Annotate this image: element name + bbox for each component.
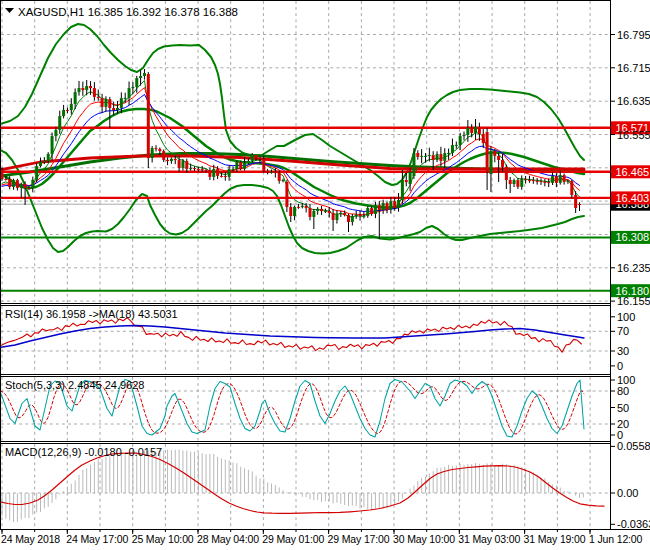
svg-text:16.308: 16.308 [616, 231, 650, 243]
svg-text:0.0558: 0.0558 [617, 440, 650, 452]
svg-text:16.795: 16.795 [617, 29, 650, 41]
svg-text:XAGUSD,H1 16.385 16.392 16.37: XAGUSD,H1 16.385 16.392 16.378 16.388 [18, 6, 238, 18]
svg-text:16.155: 16.155 [617, 295, 650, 307]
svg-text:0: 0 [617, 429, 623, 441]
svg-text:0: 0 [617, 360, 623, 372]
svg-text:16.555: 16.555 [617, 129, 650, 141]
svg-text:24 May 2018: 24 May 2018 [1, 533, 60, 545]
svg-text:25 May 10:00: 25 May 10:00 [132, 533, 194, 545]
svg-text:16.635: 16.635 [617, 95, 650, 107]
svg-text:16.403: 16.403 [616, 192, 650, 204]
svg-text:-0.0363: -0.0363 [617, 518, 650, 530]
svg-text:28 May 04:00: 28 May 04:00 [197, 533, 259, 545]
svg-text:80: 80 [617, 385, 629, 397]
svg-text:100: 100 [617, 311, 635, 323]
svg-text:24 May 17:00: 24 May 17:00 [66, 533, 128, 545]
svg-text:70: 70 [617, 325, 629, 337]
svg-text:16.235: 16.235 [617, 262, 650, 274]
svg-text:Stoch(5,3,3) 2.4845 24.9628: Stoch(5,3,3) 2.4845 24.9628 [5, 379, 144, 391]
svg-text:RSI(14) 36.1958 ->MA(18) 43.5: RSI(14) 36.1958 ->MA(18) 43.5031 [5, 308, 178, 320]
svg-text:16.715: 16.715 [617, 62, 650, 74]
svg-text:50: 50 [617, 402, 629, 414]
svg-text:1 Jun 12:00: 1 Jun 12:00 [589, 533, 643, 545]
svg-text:31 May 19:00: 31 May 19:00 [524, 533, 586, 545]
svg-text:30 May 10:00: 30 May 10:00 [393, 533, 455, 545]
svg-text:29 May 17:00: 29 May 17:00 [328, 533, 390, 545]
svg-text:MACD(12,26,9) -0.0180 -0.0157: MACD(12,26,9) -0.0180 -0.0157 [5, 446, 162, 458]
svg-text:31 May 03:00: 31 May 03:00 [458, 533, 520, 545]
svg-text:0.00: 0.00 [617, 487, 638, 499]
svg-text:30: 30 [617, 345, 629, 357]
svg-text:16.465: 16.465 [616, 166, 650, 178]
svg-text:29 May 01:00: 29 May 01:00 [262, 533, 324, 545]
